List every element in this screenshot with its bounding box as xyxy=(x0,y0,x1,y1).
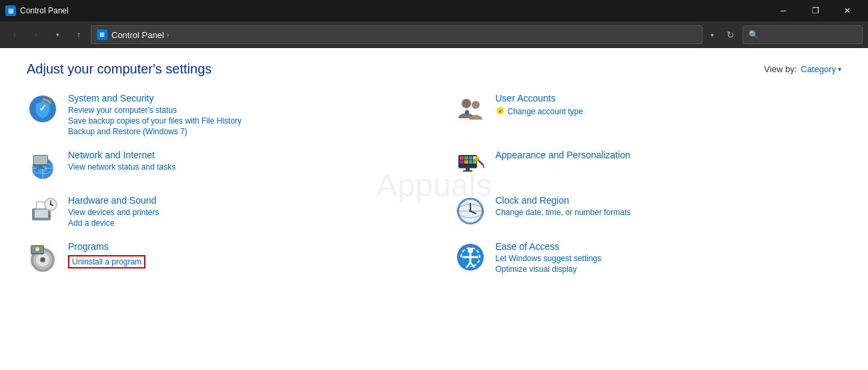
network-internet-title[interactable]: Network and Internet xyxy=(68,150,414,160)
svg-rect-13 xyxy=(34,156,47,164)
search-icon: 🔍 xyxy=(749,30,759,39)
minimize-button[interactable]: ─ xyxy=(768,0,799,21)
category-clock-region: Clock and Region Change date, time, or n… xyxy=(454,195,842,228)
system-security-link-1[interactable]: Review your computer's status xyxy=(68,106,414,115)
hardware-sound-icon xyxy=(27,195,59,227)
title-bar: ⊞ Control Panel ─ ❐ ✕ xyxy=(0,0,868,21)
network-internet-link-1[interactable]: View network status and tasks xyxy=(68,162,414,172)
programs-icon xyxy=(27,241,59,273)
hardware-sound-content: Hardware and Sound View devices and prin… xyxy=(68,195,414,228)
programs-link-1[interactable]: Uninstall a program xyxy=(68,255,145,268)
appearance-icon xyxy=(454,150,486,182)
svg-point-33 xyxy=(48,215,51,218)
category-network-internet: Network and Internet View network status… xyxy=(27,150,414,182)
window-title: Control Panel xyxy=(20,6,768,15)
close-button[interactable]: ✕ xyxy=(832,0,863,21)
viewby-value: Category xyxy=(801,64,836,74)
svg-rect-26 xyxy=(466,168,470,170)
appearance-content: Appearance and Personalization xyxy=(496,150,842,162)
categories-grid: ✓ System and Security Review your comput… xyxy=(27,93,841,287)
address-bar: ‹ › ▾ ↑ ⊞ Control Panel › ▾ ↻ 🔍 xyxy=(0,21,868,48)
svg-rect-20 xyxy=(469,156,472,160)
view-by-control: View by: Category ▾ xyxy=(764,64,841,74)
svg-rect-18 xyxy=(460,156,464,160)
category-appearance: Appearance and Personalization xyxy=(454,150,842,182)
forward-button[interactable]: › xyxy=(27,25,45,44)
programs-title[interactable]: Programs xyxy=(68,241,414,252)
svg-rect-15 xyxy=(37,168,45,169)
address-dropdown[interactable]: ▾ xyxy=(705,25,719,44)
clock-region-content: Clock and Region Change date, time, or n… xyxy=(496,195,842,217)
restore-button[interactable]: ❐ xyxy=(800,0,831,21)
svg-point-29 xyxy=(475,157,479,161)
path-arrow: › xyxy=(167,31,169,39)
svg-point-32 xyxy=(48,211,51,214)
svg-text:✓: ✓ xyxy=(498,109,502,114)
appearance-title[interactable]: Appearance and Personalization xyxy=(496,150,842,160)
address-field[interactable]: ⊞ Control Panel › xyxy=(91,25,703,44)
hardware-sound-title[interactable]: Hardware and Sound xyxy=(68,195,414,206)
user-accounts-content: User Accounts ✓ Change account type xyxy=(496,93,842,116)
clock-region-link-1[interactable]: Change date, time, or number formats xyxy=(496,208,842,217)
hardware-sound-link-1[interactable]: View devices and printers xyxy=(68,208,414,217)
address-icon: ⊞ xyxy=(97,29,107,40)
user-accounts-icon: ✓ xyxy=(454,93,486,125)
system-security-icon: ✓ xyxy=(27,93,59,125)
system-security-title[interactable]: System and Security xyxy=(68,93,414,104)
category-user-accounts: ✓ User Accounts ✓ Change account type xyxy=(454,93,842,136)
page-header: Adjust your computer's settings View by:… xyxy=(27,61,841,77)
ease-access-icon xyxy=(454,241,486,273)
viewby-arrow: ▾ xyxy=(838,65,841,73)
svg-point-3 xyxy=(472,101,480,109)
system-security-link-2[interactable]: Save backup copies of your files with Fi… xyxy=(68,116,414,126)
network-internet-icon xyxy=(27,150,59,182)
ease-access-link-2[interactable]: Optimize visual display xyxy=(496,264,842,274)
network-internet-content: Network and Internet View network status… xyxy=(68,150,414,172)
svg-text:✓: ✓ xyxy=(39,103,47,114)
svg-rect-23 xyxy=(464,160,468,164)
svg-rect-24 xyxy=(469,160,472,164)
category-programs: Programs Uninstall a program xyxy=(27,241,414,274)
recent-locations-button[interactable]: ▾ xyxy=(48,25,67,44)
search-field[interactable]: 🔍 xyxy=(743,25,863,44)
category-ease-access: Ease of Access Let Windows suggest setti… xyxy=(454,241,842,274)
up-button[interactable]: ↑ xyxy=(69,25,88,44)
programs-content: Programs Uninstall a program xyxy=(68,241,414,268)
main-content: Adjust your computer's settings View by:… xyxy=(0,48,868,370)
viewby-label: View by: xyxy=(764,64,797,74)
page-title: Adjust your computer's settings xyxy=(27,61,211,77)
back-button[interactable]: ‹ xyxy=(5,25,24,44)
svg-point-52 xyxy=(41,258,44,261)
category-hardware-sound: Hardware and Sound View devices and prin… xyxy=(27,195,414,228)
ease-access-content: Ease of Access Let Windows suggest setti… xyxy=(496,241,842,274)
category-system-security: ✓ System and Security Review your comput… xyxy=(27,93,414,136)
ease-access-link-1[interactable]: Let Windows suggest settings xyxy=(496,254,842,263)
hardware-sound-link-2[interactable]: Add a device xyxy=(68,218,414,228)
refresh-button[interactable]: ↻ xyxy=(721,25,740,44)
user-accounts-title[interactable]: User Accounts xyxy=(496,93,842,104)
system-security-link-3[interactable]: Backup and Restore (Windows 7) xyxy=(68,127,414,136)
svg-rect-27 xyxy=(463,170,472,172)
shield-mini-icon: ✓ xyxy=(496,106,505,116)
svg-rect-31 xyxy=(35,210,48,218)
app-icon: ⊞ xyxy=(5,5,16,16)
clock-region-icon xyxy=(454,195,486,227)
svg-rect-22 xyxy=(460,160,464,164)
svg-rect-19 xyxy=(464,156,468,160)
system-security-content: System and Security Review your computer… xyxy=(68,93,414,136)
viewby-dropdown[interactable]: Category ▾ xyxy=(801,64,841,74)
clock-region-title[interactable]: Clock and Region xyxy=(496,195,842,206)
svg-point-55 xyxy=(35,247,39,251)
window-controls: ─ ❐ ✕ xyxy=(768,0,863,21)
svg-rect-25 xyxy=(473,160,476,164)
svg-rect-14 xyxy=(39,166,43,168)
svg-point-2 xyxy=(462,99,471,108)
ease-access-title[interactable]: Ease of Access xyxy=(496,241,842,252)
address-path: Control Panel xyxy=(111,30,164,40)
user-accounts-link-1[interactable]: Change account type xyxy=(508,107,583,116)
svg-text:✓: ✓ xyxy=(465,117,470,123)
